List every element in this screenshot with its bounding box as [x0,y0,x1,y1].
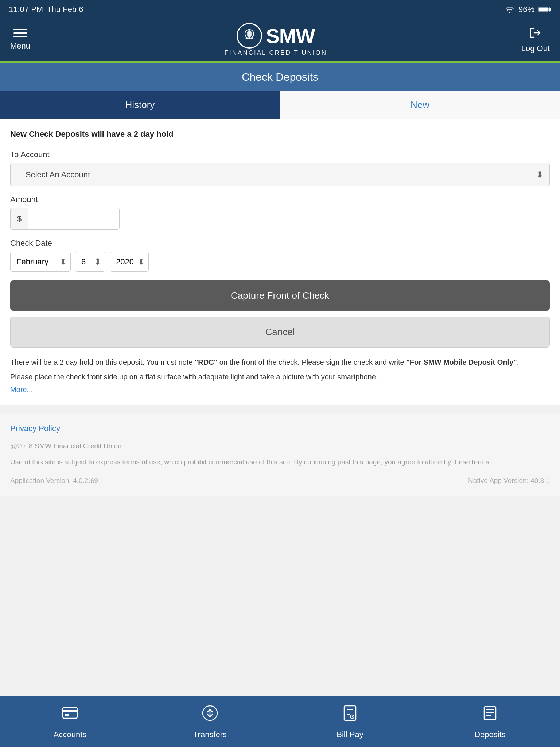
disclaimer-text: There will be a 2 day hold on this depos… [10,356,550,368]
cancel-button[interactable]: Cancel [10,317,550,348]
check-date-group: Check Date January February March April … [10,239,550,272]
logout-icon [529,26,542,42]
svg-rect-18 [486,715,491,716]
amount-label: Amount [10,195,550,204]
day-select-wrapper: 1234 567 8910 11121314 15161718 19202122… [75,252,105,272]
nav-accounts[interactable]: Accounts [0,696,140,747]
menu-button[interactable]: Menu [10,29,30,51]
app-version: Application Version: 4.0.2.69 [10,477,98,485]
to-account-label: To Account [10,150,550,159]
page-title-bar: Check Deposits [0,63,560,91]
nav-bill-pay[interactable]: Bill Pay [280,696,420,747]
logo-text: SMW [266,24,315,48]
hold-notice: New Check Deposits will have a 2 day hol… [10,129,550,139]
nav-deposits[interactable]: Deposits [420,696,560,747]
to-account-select-wrapper: -- Select An Account -- ⬍ [10,163,550,186]
year-select-wrapper: 2018201920202021 ⬍ [110,252,149,272]
logo-icon [237,23,262,49]
time: 11:07 PM [9,5,43,14]
nav-deposits-label: Deposits [474,730,506,739]
svg-rect-1 [539,8,549,12]
logout-label: Log Out [521,44,550,53]
page-title: Check Deposits [8,71,552,83]
svg-rect-10 [344,706,356,720]
to-account-select[interactable]: -- Select An Account -- [11,163,549,186]
privacy-policy-link[interactable]: Privacy Policy [10,424,550,433]
amount-group: Amount $ [10,195,550,230]
copyright-text: @2018 SMW Financial Credit Union. [10,441,550,452]
status-left: 11:07 PM Thu Feb 6 [9,5,83,14]
dollar-sign: $ [11,208,28,229]
bottom-nav: Accounts Transfers Bill Pay [0,696,560,747]
header: Menu SMW FINANCIAL CREDIT UNION Log [0,19,560,63]
status-bar: 11:07 PM Thu Feb 6 96% [0,0,560,19]
battery-percent: 96% [518,5,534,14]
more-link[interactable]: More... [10,386,33,394]
tabs: History New [0,91,560,119]
logo-area: SMW FINANCIAL CREDIT UNION [225,23,327,57]
footer-versions: Application Version: 4.0.2.69 Native App… [10,477,550,485]
month-select[interactable]: January February March April May June Ju… [11,252,70,271]
date-row: January February March April May June Ju… [10,252,550,272]
year-select[interactable]: 2018201920202021 [110,252,148,271]
to-account-group: To Account -- Select An Account -- ⬍ [10,150,550,186]
month-select-wrapper: January February March April May June Ju… [10,252,71,272]
svg-rect-6 [63,707,77,718]
logout-button[interactable]: Log Out [521,26,550,53]
battery-icon [538,6,551,13]
bill-pay-icon [341,704,359,726]
footer-info: Privacy Policy @2018 SMW Financial Credi… [0,413,560,496]
svg-rect-7 [63,710,77,712]
svg-rect-2 [549,8,551,11]
amount-input[interactable] [28,208,120,229]
svg-rect-8 [65,714,69,716]
capture-front-button[interactable]: Capture Front of Check [10,280,550,311]
main-content: New Check Deposits will have a 2 day hol… [0,119,560,405]
svg-rect-16 [486,709,494,710]
tab-new[interactable]: New [280,91,560,119]
native-version: Native App Version: 40.3.1 [468,477,550,485]
terms-text: Use of this site is subject to express t… [10,457,550,468]
menu-label: Menu [10,41,30,51]
amount-row: $ [10,208,120,230]
nav-transfers[interactable]: Transfers [140,696,280,747]
nav-accounts-label: Accounts [54,730,87,739]
nav-transfers-label: Transfers [193,730,227,739]
nav-bill-pay-label: Bill Pay [337,730,363,739]
svg-rect-17 [486,712,494,713]
logo-subtitle: FINANCIAL CREDIT UNION [225,49,327,57]
transfers-icon [201,704,219,726]
check-date-label: Check Date [10,239,550,248]
section-separator [0,405,560,405]
day-select[interactable]: 1234 567 8910 11121314 15161718 19202122… [75,252,105,271]
accounts-icon [61,704,79,726]
status-right: 96% [505,5,551,14]
tab-history[interactable]: History [0,91,280,119]
disclaimer-text2: Please place the check front side up on … [10,371,550,383]
date: Thu Feb 6 [47,5,83,14]
wifi-icon [505,5,515,13]
deposits-icon [481,704,499,726]
